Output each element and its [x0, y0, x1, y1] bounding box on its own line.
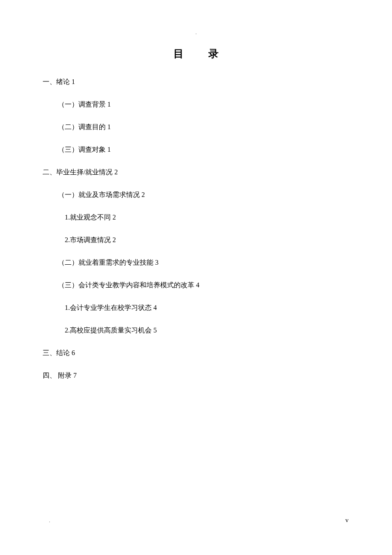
toc-entry-text: 三、结论 [43, 349, 70, 356]
toc-entry-page: 6 [72, 349, 75, 356]
page-content: 目录 一、绪论 1 （一）调查背景 1 （二）调查目的 1 （三）调查对象 1 … [0, 0, 392, 414]
footer-page-number: v [346, 517, 349, 524]
toc-entry-page: 1 [107, 146, 111, 153]
header-mark: . [196, 30, 197, 35]
toc-entry-text: 1.会计专业学生在校学习状态 [65, 304, 152, 311]
toc-entry: 2.高校应提供高质量实习机会 5 [65, 325, 349, 335]
toc-entry-text: （一）就业及市场需求情况 [58, 191, 140, 198]
title-char-2: 录 [208, 48, 219, 59]
toc-entry-text: 2.市场调查情况 [65, 236, 111, 243]
toc-entry: （二）调查目的 1 [58, 122, 349, 132]
toc-entry-text: （二）调查目的 [58, 123, 106, 130]
toc-entry: （二）就业着重需求的专业技能 3 [58, 257, 349, 268]
toc-entry-text: （三）会计类专业教学内容和培养模式的改革 [58, 281, 194, 289]
toc-entry-page: 1 [107, 123, 111, 130]
toc-entry: （三）会计类专业教学内容和培养模式的改革 4 [58, 280, 349, 290]
toc-entry-page: 2 [112, 214, 116, 221]
toc-entry-page: 4 [196, 281, 199, 289]
toc-entry-page: 3 [155, 259, 159, 266]
toc-entry: （一）就业及市场需求情况 2 [58, 190, 349, 200]
toc-entry-page: 1 [72, 78, 75, 85]
toc-entry-text: （二）就业着重需求的专业技能 [58, 259, 153, 266]
toc-entry: （三）调查对象 1 [58, 145, 349, 155]
title-char-1: 目 [173, 48, 184, 59]
toc-entry-page: 7 [73, 372, 77, 379]
toc-entry-page: 2 [112, 236, 116, 243]
toc-entry-text: 四、 附录 [43, 372, 72, 379]
toc-entry: 二、毕业生择/就业情况 2 [43, 167, 349, 177]
toc-entry-text: 2.高校应提供高质量实习机会 [65, 327, 152, 334]
toc-entry: 四、 附录 7 [43, 370, 349, 381]
toc-entry-text: （三）调查对象 [58, 146, 106, 153]
toc-entry-page: 4 [153, 304, 157, 311]
toc-entry-page: 2 [114, 168, 118, 176]
toc-entry: （一）调查背景 1 [58, 99, 349, 110]
toc-entry: 1.会计专业学生在校学习状态 4 [65, 303, 349, 313]
toc-entry-text: 1.就业观念不同 [65, 214, 111, 221]
toc-entry-page: 5 [153, 327, 157, 334]
toc-entry-text: （一）调查背景 [58, 101, 106, 108]
toc-entry-page: 1 [107, 101, 111, 108]
toc-entry-page: 2 [141, 191, 145, 198]
toc-entry-text: 一、绪论 [43, 78, 70, 85]
toc-entry: 一、绪论 1 [43, 77, 349, 87]
toc-entry: 三、结论 6 [43, 348, 349, 358]
toc-entry: 2.市场调查情况 2 [65, 235, 349, 245]
toc-entry-text: 二、毕业生择/就业情况 [43, 168, 112, 176]
footer-left-mark: . [49, 518, 50, 523]
toc-title: 目录 [43, 47, 349, 61]
toc-entry: 1.就业观念不同 2 [65, 212, 349, 223]
